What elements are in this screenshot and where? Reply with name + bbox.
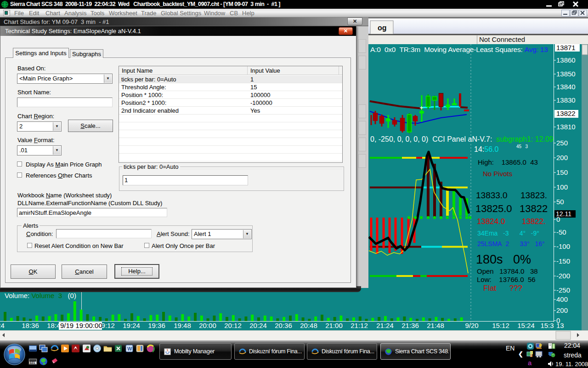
svg-text:100: 100 (556, 183, 568, 191)
svg-text:Open 13784.0 38: Open 13784.0 38 (477, 267, 538, 275)
svg-text:0, -250, 0, 0, 0, 0) CCI Pane: 0, -250, 0, 0, 0, 0) CCI Panel aN-V.7: s… (370, 135, 554, 143)
svg-text:19:36: 19:36 (148, 322, 165, 329)
svg-text:13823.: 13823. (520, 190, 547, 200)
svg-text:21:36: 21:36 (401, 322, 419, 329)
svg-text:a: a (528, 359, 532, 367)
svg-text:13: 13 (556, 322, 564, 329)
svg-text:50: 50 (556, 198, 564, 206)
svg-text:-50: -50 (556, 228, 566, 236)
svg-text:13871: 13871 (556, 44, 576, 52)
svg-text:0: 0 (556, 215, 560, 223)
svg-text:34Ema -3 4° -9°: 34Ema -3 4° -9° (477, 230, 539, 237)
svg-text:-100: -100 (556, 242, 570, 250)
svg-text:Low: 13766.0 56: Low: 13766.0 56 (477, 276, 536, 283)
svg-text:13810: 13810 (556, 123, 576, 131)
svg-text:18:24: 18:24 (0, 322, 5, 329)
svg-text:-200: -200 (556, 272, 570, 280)
svg-text:13824.0: 13824.0 (477, 217, 505, 226)
svg-text:20:12: 20:12 (224, 322, 242, 329)
svg-text:13833.0: 13833.0 (476, 190, 508, 200)
svg-text:og: og (378, 24, 387, 32)
svg-text:-250: -250 (556, 286, 570, 294)
svg-text:15:12: 15:12 (492, 322, 509, 329)
svg-text:Flat ???: Flat ??? (483, 284, 522, 293)
svg-text:W: W (127, 346, 132, 351)
svg-text:180s 0%: 180s 0% (476, 253, 531, 266)
svg-text:9/20: 9/20 (465, 322, 478, 329)
svg-text:321: 321 (30, 361, 35, 364)
svg-text:19:24: 19:24 (123, 322, 140, 329)
svg-text:13830: 13830 (556, 96, 576, 104)
svg-text:15:3: 15:3 (540, 322, 554, 329)
svg-text:20:00: 20:00 (199, 322, 216, 329)
svg-text:13825.0: 13825.0 (475, 203, 512, 214)
svg-text:250: 250 (556, 139, 568, 147)
svg-text:150: 150 (556, 168, 568, 176)
svg-text:13822.: 13822. (522, 217, 546, 226)
svg-text:20:48: 20:48 (300, 322, 317, 329)
svg-text:21:48: 21:48 (427, 322, 444, 329)
svg-text:9/19 19:00:00: 9/19 19:00:00 (60, 322, 102, 329)
svg-text:20:24: 20:24 (249, 322, 267, 329)
svg-text:14:56.0: 14:56.0 (474, 145, 498, 153)
svg-text:20:36: 20:36 (275, 322, 292, 329)
svg-text:45 3: 45 3 (516, 144, 528, 149)
svg-text:13840: 13840 (556, 83, 576, 91)
svg-text:15:24: 15:24 (517, 322, 535, 329)
svg-text:13850: 13850 (556, 70, 576, 78)
svg-text:18:36: 18:36 (22, 322, 39, 329)
svg-text:-150: -150 (556, 257, 570, 265)
svg-text:No Pivots: No Pivots (483, 170, 512, 178)
svg-text:19:48: 19:48 (174, 322, 191, 329)
svg-text:13860: 13860 (556, 56, 576, 64)
svg-text:21:12: 21:12 (351, 322, 368, 329)
svg-text:400: 400 (556, 295, 568, 303)
svg-text:13822: 13822 (556, 109, 576, 117)
svg-text:21:00: 21:00 (325, 322, 343, 329)
svg-text:A:0 0x0 TR:3m Moving Averag: A:0 0x0 TR:3m Moving Average-Least Squar… (370, 46, 548, 53)
svg-text:200: 200 (556, 306, 568, 314)
svg-text:200: 200 (556, 154, 568, 161)
svg-text:21:24: 21:24 (376, 322, 394, 329)
svg-text:High: 13865.0 43: High: 13865.0 43 (478, 158, 538, 166)
svg-text:13822: 13822 (520, 203, 548, 214)
svg-text:25LSMA 2 33° 16°: 25LSMA 2 33° 16° (477, 240, 545, 247)
svg-text:Not Connected: Not Connected (479, 35, 525, 43)
